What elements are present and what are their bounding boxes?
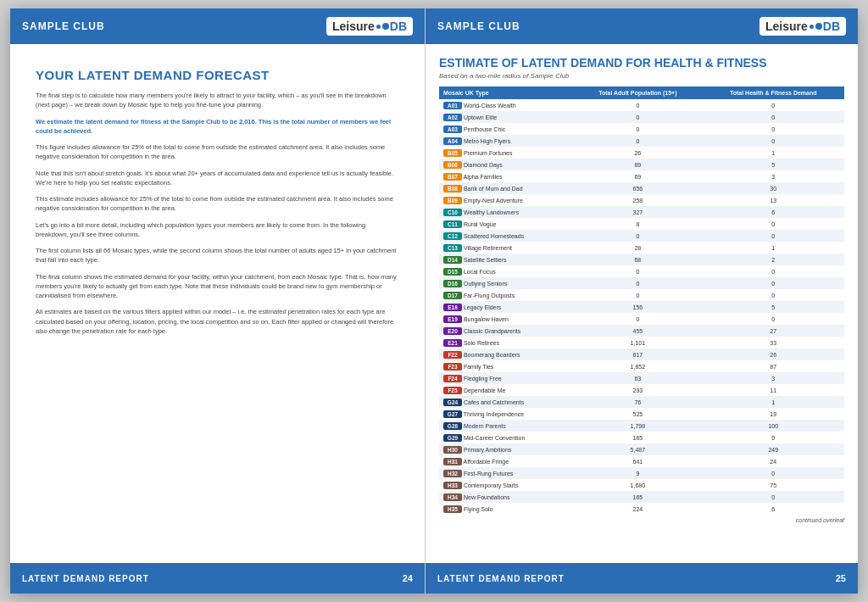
table-cell-type: G24 Cafes and Catchments <box>439 396 573 408</box>
table-cell-population: 8 <box>573 218 702 230</box>
mosaic-code-badge: H33 <box>443 482 462 489</box>
right-club-name: SAMPLE CLUB <box>437 20 520 32</box>
mosaic-code-badge: H35 <box>443 505 462 513</box>
table-cell-population: 165 <box>573 432 702 443</box>
left-para-1: The final step is to calculate how many … <box>36 91 399 110</box>
table-row: A04 Metro High Flyers00 <box>439 135 844 147</box>
table-cell-type: G27 Thriving Independence <box>439 408 573 420</box>
right-footer: LATENT DEMAND REPORT 25 <box>426 563 858 594</box>
table-cell-type: G28 Modern Parents <box>439 420 573 432</box>
table-row: H30 Primary Ambitions5,487249 <box>439 443 844 455</box>
table-row: C12 Scattered Homesteads00 <box>439 230 844 242</box>
col-demand: Total Health & Fitness Demand <box>702 86 844 99</box>
mosaic-code-badge: H31 <box>443 458 462 465</box>
table-cell-population: 656 <box>573 182 702 194</box>
table-row: C11 Rural Vogue80 <box>439 218 844 230</box>
left-content: YOUR LATENT DEMAND FORECAST The final st… <box>10 44 425 563</box>
table-cell-demand: 6 <box>702 503 844 515</box>
mosaic-code-badge: A01 <box>443 102 462 109</box>
page-left: SAMPLE CLUB Leisure DB YOUR LATENT DEMAN… <box>10 8 426 594</box>
right-logo-dots <box>810 23 822 30</box>
table-cell-demand: 1 <box>702 242 844 254</box>
table-cell-population: 1,680 <box>573 479 702 491</box>
table-row: A01 World-Class Wealth00 <box>439 99 844 111</box>
table-cell-population: 28 <box>573 242 702 254</box>
right-title: ESTIMATE OF LATENT DEMAND FOR HEALTH & F… <box>439 56 844 70</box>
spread: SAMPLE CLUB Leisure DB YOUR LATENT DEMAN… <box>10 8 858 594</box>
mosaic-code-badge: D15 <box>443 268 462 276</box>
table-cell-demand: 13 <box>702 194 844 206</box>
mosaic-code-badge: B07 <box>443 173 462 181</box>
continued-text: continued overleaf <box>439 517 844 523</box>
table-cell-population: 293 <box>573 384 702 396</box>
mosaic-code-badge: D16 <box>443 280 462 287</box>
table-cell-type: H35 Flying Solo <box>439 503 573 515</box>
mosaic-code-badge: G24 <box>443 399 462 406</box>
mosaic-code-badge: F23 <box>443 363 462 371</box>
table-cell-type: E21 Solo Retirees <box>439 337 573 348</box>
table-cell-population: 0 <box>573 265 702 277</box>
mosaic-code-badge: D17 <box>443 292 462 299</box>
table-cell-demand: 30 <box>702 182 844 194</box>
table-cell-demand: 1 <box>702 147 844 159</box>
table-cell-population: 1,101 <box>573 337 702 348</box>
mosaic-code-badge: G27 <box>443 410 462 418</box>
table-row: B05 Premium Fortunes261 <box>439 147 844 159</box>
table-cell-population: 258 <box>573 194 702 206</box>
table-cell-demand: 11 <box>702 384 844 396</box>
table-cell-type: H31 Affordable Fringe <box>439 455 573 467</box>
table-cell-demand: 6 <box>702 206 844 218</box>
left-header: SAMPLE CLUB Leisure DB <box>10 8 425 44</box>
table-cell-type: H30 Primary Ambitions <box>439 443 573 455</box>
mosaic-code-badge: H32 <box>443 470 462 477</box>
table-cell-demand: 0 <box>702 230 844 242</box>
mosaic-code-badge: C12 <box>443 232 462 240</box>
mosaic-code-badge: B05 <box>443 149 462 157</box>
table-cell-type: B08 Bank of Mum and Dad <box>439 182 573 194</box>
table-row: D15 Local Focus00 <box>439 265 844 277</box>
left-dot-large <box>382 23 389 30</box>
mosaic-code-badge: E19 <box>443 315 462 323</box>
table-cell-type: B06 Diamond Days <box>439 159 573 170</box>
left-footer: LATENT DEMAND REPORT 24 <box>10 563 425 594</box>
mosaic-code-badge: C10 <box>443 209 462 216</box>
table-cell-type: C12 Scattered Homesteads <box>439 230 573 242</box>
table-row: A03 Penthouse Chic00 <box>439 123 844 135</box>
mosaic-code-badge: F22 <box>443 351 462 359</box>
table-row: B09 Empty-Nest Adventure25813 <box>439 194 844 206</box>
mosaic-code-badge: G29 <box>443 434 462 442</box>
mosaic-code-badge: A02 <box>443 114 462 121</box>
mosaic-code-badge: A04 <box>443 137 462 145</box>
table-row: E18 Legacy Elders1565 <box>439 301 844 313</box>
table-cell-population: 26 <box>573 147 702 159</box>
table-cell-population: 0 <box>573 123 702 135</box>
table-row: D16 Outlying Seniors00 <box>439 277 844 289</box>
right-dot-large <box>815 23 822 30</box>
right-logo-db: DB <box>823 20 840 33</box>
left-section-title: YOUR LATENT DEMAND FORECAST <box>36 68 399 82</box>
table-cell-population: 69 <box>573 170 702 182</box>
mosaic-code-badge: B08 <box>443 185 462 192</box>
table-cell-population: 455 <box>573 325 702 337</box>
table-cell-type: C13 Village Retirement <box>439 242 573 254</box>
mosaic-code-badge: E18 <box>443 304 462 311</box>
table-cell-type: B07 Alpha Families <box>439 170 573 182</box>
table-row: D14 Satellite Settlers682 <box>439 254 844 265</box>
demand-table: Mosaic UK Type Total Adult Population (1… <box>439 86 844 515</box>
right-subtitle: Based on a two-mile radius of Sample Clu… <box>439 72 844 80</box>
table-cell-demand: 0 <box>702 313 844 325</box>
left-para-7: The final column shows the estimated dem… <box>36 272 399 301</box>
table-row: C10 Wealthy Landowners3276 <box>439 206 844 218</box>
table-cell-type: B05 Premium Fortunes <box>439 147 573 159</box>
table-cell-population: 76 <box>573 396 702 408</box>
table-cell-population: 1,852 <box>573 360 702 372</box>
table-row: E19 Bungalow Haven00 <box>439 313 844 325</box>
table-row: F25 Dependable Me29311 <box>439 384 844 396</box>
table-cell-demand: 249 <box>702 443 844 455</box>
table-cell-demand: 19 <box>702 408 844 420</box>
table-row: D17 Far-Flung Outposts00 <box>439 289 844 301</box>
table-cell-demand: 0 <box>702 289 844 301</box>
table-row: F23 Family Ties1,85287 <box>439 360 844 372</box>
left-para-4: This estimate includes allowance for 25%… <box>36 194 399 214</box>
table-cell-type: F22 Boomerang Boarders <box>439 348 573 360</box>
